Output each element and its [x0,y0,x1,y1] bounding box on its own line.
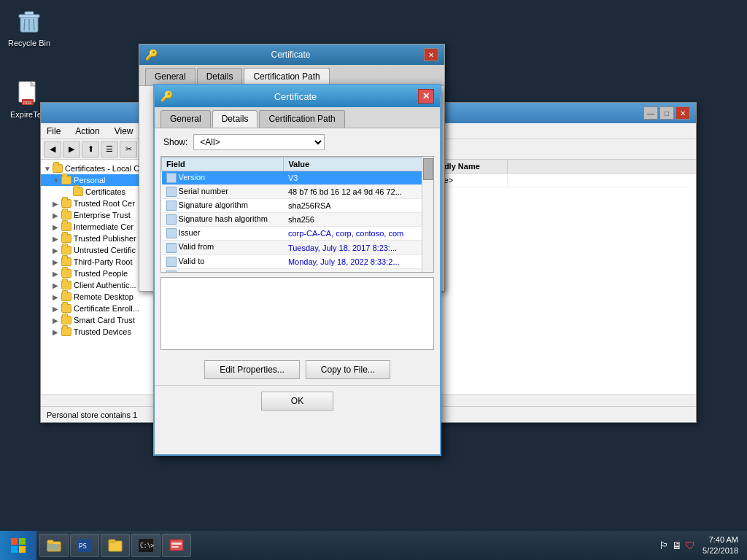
toolbar-forward-btn[interactable]: ▶ [63,141,80,158]
cert-bg-title-bar: 🔑 Certificate ✕ [139,44,444,65]
show-select[interactable]: <All> [193,134,325,150]
svg-rect-15 [47,540,53,543]
value-sig-hash: sha256 [284,213,433,227]
value-valid-to: Monday, July 18, 2022 8:33:2... [284,254,433,268]
table-row-sig-hash[interactable]: Signature hash algorithm sha256 [162,213,433,227]
table-row-valid-from[interactable]: Valid from Tuesday, July 18, 2017 8:23:.… [162,241,433,254]
cert-bg-close-btn[interactable]: ✕ [424,48,438,61]
table-row-serial[interactable]: Serial number 48 b7 f6 bd 16 12 a4 9d 46… [162,185,433,199]
cert-bg-tabs: General Details Certification Path [139,65,444,86]
details-scrollbar[interactable] [422,157,433,272]
field-sig-hash: Signature hash algorithm [162,213,284,227]
col-field: Field [162,158,284,171]
desktop: Recycle Bin PDF ExpireTe... [Certificate… [0,0,747,560]
cert-tab-details[interactable]: Details [212,110,258,128]
mmc-minimize-btn[interactable]: — [643,106,658,120]
taskbar-powershell-btn[interactable]: PS [70,534,99,557]
svg-rect-24 [171,542,182,545]
cert-bg-tab-general[interactable]: General [145,68,196,85]
col-value: Value [284,158,433,171]
mmc-window-buttons: — □ ✕ [643,106,690,120]
taskbar-right: 🏳 🖥 🛡 7:40 AM 5/22/2018 [653,531,747,560]
svg-rect-10 [11,538,18,545]
field-version: Version [162,171,284,185]
svg-rect-12 [11,546,18,553]
dialog-buttons-row: Edit Properties... Copy to File... [155,354,440,385]
taskbar-explorer-btn[interactable] [39,534,69,557]
svg-rect-13 [19,546,26,553]
svg-rect-25 [171,546,179,548]
scrollbar-thumb [423,158,433,180]
svg-rect-2 [25,12,34,15]
cert-bg-title: Certificate [158,50,424,60]
toolbar-cut-btn[interactable]: ✂ [120,141,137,158]
table-row-version[interactable]: Version V3 [162,171,433,185]
show-label: Show: [163,137,187,147]
tray-security-icon: 🛡 [685,540,695,551]
taskbar-files-btn[interactable] [101,534,130,557]
cert-dialog-tabs: General Details Certification Path [155,107,440,128]
details-table: Field Value Version V3 Serial number 48 … [161,157,433,273]
clock-date: 5/22/2018 [703,545,738,556]
mmc-menu-action[interactable]: Action [72,125,102,138]
table-row-issuer[interactable]: Issuer corp-CA-CA, corp, contoso, com [162,227,433,241]
value-version: V3 [284,171,433,185]
toolbar-back-btn[interactable]: ◀ [44,141,61,158]
taskbar-tools-btn[interactable] [162,534,191,557]
svg-text:PDF: PDF [23,101,32,105]
mmc-close-btn[interactable]: ✕ [676,106,690,120]
tray-flag-icon: 🏳 [659,540,669,551]
svg-text:C:\>: C:\> [140,542,154,549]
copy-to-file-btn[interactable]: Copy to File... [306,360,390,379]
taskbar: PS C:\> [0,531,747,560]
svg-line-3 [24,19,25,31]
value-valid-from: Tuesday, July 18, 2017 8:23:... [284,241,433,254]
tray-network-icon: 🖥 [672,540,682,551]
recycle-bin-icon[interactable]: Recycle Bin [7,6,51,48]
svg-rect-1 [19,15,39,18]
tray-icons: 🏳 🖥 🛡 [659,540,695,551]
clock[interactable]: 7:40 AM 5/22/2018 [700,534,741,557]
field-issuer: Issuer [162,227,284,241]
svg-line-5 [34,19,34,31]
cert-bg-buttons: ✕ [424,48,438,61]
table-row-sig-algo[interactable]: Signature algorithm sha256RSA [162,199,433,213]
field-valid-to: Valid to [162,254,284,268]
cert-dialog: 🔑 Certificate ✕ General Details Certific… [153,84,441,456]
edit-properties-btn[interactable]: Edit Properties... [204,360,300,379]
show-row: Show: <All> [155,128,440,156]
detail-value-area [160,277,434,350]
cert-dialog-close-btn[interactable]: ✕ [418,89,434,104]
mmc-menu-view[interactable]: View [112,125,136,138]
toolbar-up-btn[interactable]: ⬆ [82,141,99,158]
start-button[interactable] [0,531,36,560]
clock-time: 7:40 AM [703,534,738,545]
cert-bg-tab-certpath[interactable]: Certification Path [244,68,329,85]
table-row-subject[interactable]: Subject corp-CA-CA, corp, contoso, com [162,268,433,273]
field-serial: Serial number [162,185,284,199]
svg-rect-16 [48,544,60,551]
field-valid-from: Valid from [162,241,284,254]
taskbar-items: PS C:\> [36,531,653,560]
ok-row: OK [155,385,440,416]
mmc-status-text: Personal store contains 1 [47,411,137,419]
cert-tab-general[interactable]: General [160,110,211,128]
cert-tab-certpath[interactable]: Certification Path [259,110,344,128]
value-issuer: corp-CA-CA, corp, contoso, com [284,227,433,241]
svg-text:PS: PS [79,542,87,550]
field-subject: Subject [162,268,284,273]
taskbar-cmd-btn[interactable]: C:\> [131,534,160,557]
value-subject: corp-CA-CA, corp, contoso, com [284,268,433,273]
cert-bg-tab-details[interactable]: Details [197,68,243,85]
svg-rect-20 [109,540,115,542]
field-sig-algo: Signature algorithm [162,199,284,213]
details-table-container: Field Value Version V3 Serial number 48 … [160,156,434,273]
mmc-maximize-btn[interactable]: □ [659,106,674,120]
ok-btn[interactable]: OK [261,392,333,411]
toolbar-view-btn[interactable]: ☰ [101,141,118,158]
value-serial: 48 b7 f6 bd 16 12 a4 9d 46 72... [284,185,433,199]
table-row-valid-to[interactable]: Valid to Monday, July 18, 2022 8:33:2... [162,254,433,268]
cert-dialog-title-text: Certificate [173,91,418,102]
mmc-menu-file[interactable]: File [44,125,63,138]
svg-rect-23 [170,540,183,551]
